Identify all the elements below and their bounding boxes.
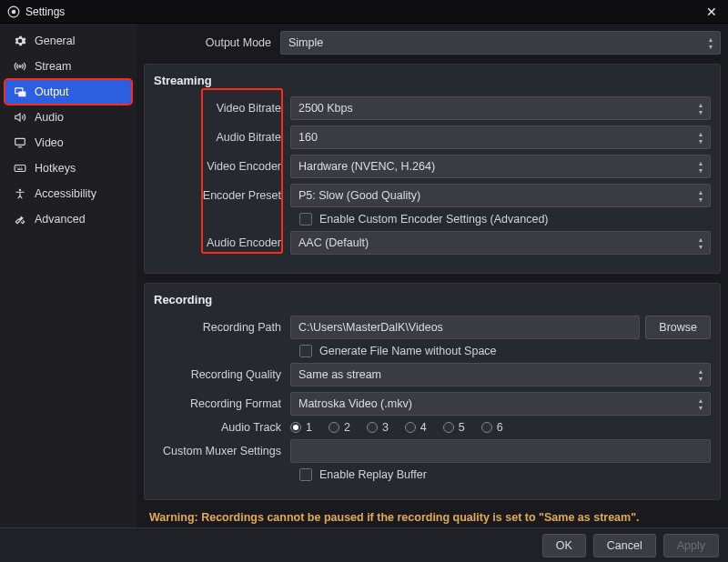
audio-track-radios: 1 2 3 4 5 6 [290, 421, 503, 434]
spinner-icon: ▲▼ [694, 99, 707, 117]
recording-quality-label: Recording Quality [154, 368, 290, 381]
recording-format-label: Recording Format [154, 397, 290, 410]
svg-rect-3 [18, 91, 25, 96]
audio-bitrate-label: Audio Bitrate [154, 131, 290, 144]
sidebar-item-label: Output [35, 85, 69, 98]
muxer-input[interactable] [290, 439, 711, 463]
recording-format-select[interactable]: Matroska Video (.mkv) ▲▼ [290, 392, 711, 416]
video-encoder-select[interactable]: Hardware (NVENC, H.264) ▲▼ [290, 155, 711, 178]
sidebar-item-label: Advanced [35, 213, 86, 226]
streaming-section: Streaming Video Bitrate 2500 Kbps ▲▼ Aud… [144, 64, 721, 274]
video-encoder-value: Hardware (NVENC, H.264) [298, 160, 435, 173]
audio-track-radio-6[interactable] [481, 422, 492, 433]
recording-format-value: Matroska Video (.mkv) [298, 397, 412, 410]
gen-filename-label: Generate File Name without Space [319, 345, 497, 357]
replay-buffer-label: Enable Replay Buffer [319, 468, 427, 481]
video-bitrate-value: 2500 Kbps [298, 102, 353, 115]
audio-encoder-label: Audio Encoder [154, 236, 290, 249]
svg-point-6 [19, 189, 21, 191]
sidebar-item-audio[interactable]: Audio [5, 105, 131, 129]
audio-track-radio-3[interactable] [367, 422, 378, 433]
recording-quality-value: Same as stream [298, 368, 381, 381]
gear-icon [13, 35, 27, 47]
chevron-updown-icon: ▲▼ [694, 186, 707, 205]
audio-bitrate-select[interactable]: 160 ▲▼ [290, 125, 711, 149]
encoder-preset-select[interactable]: P5: Slow (Good Quality) ▲▼ [290, 184, 711, 207]
svg-rect-5 [15, 166, 25, 172]
window-title: Settings [25, 5, 65, 18]
close-button[interactable]: ✕ [701, 3, 723, 21]
replay-buffer-checkbox[interactable] [299, 468, 312, 481]
audio-track-radio-2[interactable] [329, 422, 339, 433]
sidebar-item-label: Accessibility [35, 187, 96, 200]
encoder-preset-value: P5: Slow (Good Quality) [298, 189, 420, 202]
cancel-button[interactable]: Cancel [593, 534, 656, 557]
chevron-updown-icon: ▲▼ [694, 157, 707, 176]
video-bitrate-label: Video Bitrate [154, 102, 290, 115]
speaker-icon [13, 111, 27, 124]
output-mode-value: Simple [288, 36, 323, 49]
monitor-icon [13, 136, 27, 149]
streaming-title: Streaming [154, 74, 711, 87]
titlebar: Settings ✕ [0, 0, 728, 24]
warning-text: Warning: Recordings cannot be paused if … [144, 500, 721, 527]
audio-track-radio-1[interactable] [290, 422, 301, 433]
antenna-icon [13, 60, 27, 73]
keyboard-icon [13, 162, 27, 175]
recording-path-input[interactable]: C:\Users\MasterDalK\Videos [290, 316, 640, 339]
accessibility-icon [13, 187, 27, 200]
chevron-updown-icon: ▲▼ [694, 395, 707, 413]
sidebar-item-label: Video [35, 136, 64, 149]
recording-title: Recording [154, 293, 711, 306]
audio-encoder-value: AAC (Default) [298, 236, 369, 249]
recording-section: Recording Recording Path C:\Users\Master… [144, 283, 721, 500]
recording-path-value: C:\Users\MasterDalK\Videos [298, 321, 443, 334]
output-mode-label: Output Mode [144, 36, 280, 49]
sidebar-item-stream[interactable]: Stream [5, 55, 131, 78]
audio-track-radio-5[interactable] [443, 422, 454, 433]
sidebar-item-video[interactable]: Video [5, 131, 131, 155]
sidebar-item-label: Hotkeys [35, 162, 76, 175]
svg-point-1 [12, 9, 16, 14]
recording-path-label: Recording Path [154, 321, 290, 334]
sidebar-item-hotkeys[interactable]: Hotkeys [5, 156, 131, 180]
apply-button[interactable]: Apply [663, 534, 719, 557]
sidebar-item-label: General [35, 35, 75, 47]
audio-encoder-select[interactable]: AAC (Default) ▲▼ [290, 231, 711, 255]
video-bitrate-input[interactable]: 2500 Kbps ▲▼ [290, 96, 711, 120]
chevron-updown-icon: ▲▼ [694, 128, 707, 146]
audio-track-radio-4[interactable] [405, 422, 416, 433]
sidebar-item-accessibility[interactable]: Accessibility [5, 182, 131, 206]
footer: OK Cancel Apply [0, 527, 728, 562]
app-icon [7, 5, 20, 18]
audio-track-label: Audio Track [154, 421, 290, 434]
custom-encoder-label: Enable Custom Encoder Settings (Advanced… [319, 213, 549, 226]
video-encoder-label: Video Encoder [154, 160, 290, 173]
output-icon [13, 85, 27, 98]
content-pane: Output Mode Simple ▲▼ Streaming Video Bi… [136, 24, 728, 527]
sidebar-item-advanced[interactable]: Advanced [5, 207, 131, 231]
muxer-label: Custom Muxer Settings [154, 445, 290, 457]
sidebar-item-label: Stream [35, 60, 71, 73]
chevron-updown-icon: ▲▼ [694, 366, 707, 384]
gen-filename-checkbox[interactable] [299, 345, 312, 357]
ok-button[interactable]: OK [542, 534, 586, 557]
sidebar-item-output[interactable]: Output [5, 80, 131, 104]
output-mode-select[interactable]: Simple ▲▼ [280, 31, 721, 55]
chevron-updown-icon: ▲▼ [704, 34, 717, 52]
encoder-preset-label: Encoder Preset [154, 189, 290, 202]
chevron-updown-icon: ▲▼ [694, 234, 707, 252]
svg-rect-4 [15, 138, 25, 145]
tools-icon [13, 213, 27, 226]
audio-bitrate-value: 160 [298, 131, 318, 144]
sidebar-item-general[interactable]: General [5, 29, 131, 53]
sidebar: General Stream Output Audio Video Hotkey… [0, 24, 136, 527]
browse-button[interactable]: Browse [645, 316, 711, 339]
sidebar-item-label: Audio [35, 111, 64, 124]
custom-encoder-checkbox[interactable] [299, 213, 312, 226]
recording-quality-select[interactable]: Same as stream ▲▼ [290, 363, 711, 386]
